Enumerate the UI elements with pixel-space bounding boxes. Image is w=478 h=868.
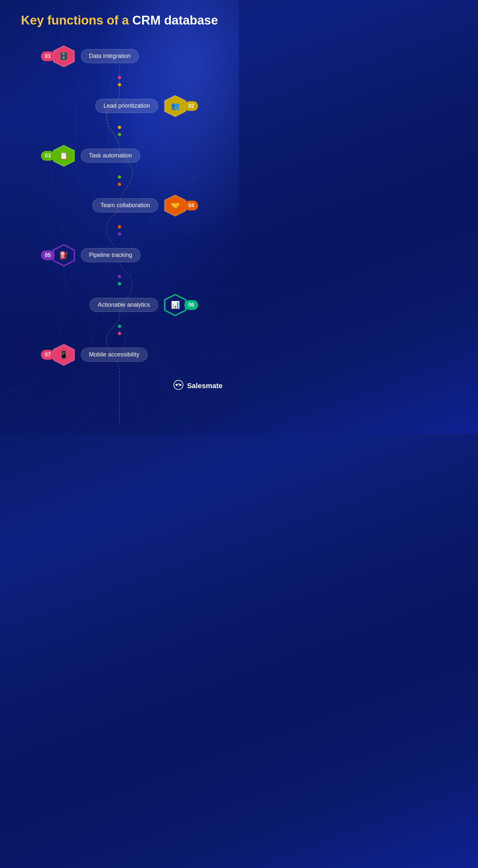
- feature-item-1: 01 🗄️ Data integration: [21, 44, 218, 68]
- connector-5-6: [118, 267, 121, 293]
- num-badge-5: 05: [41, 250, 55, 260]
- label-pill-1: Data integration: [81, 49, 139, 63]
- hex-icon-1-symbol: 🗄️: [59, 52, 68, 61]
- dot-6: [118, 183, 121, 186]
- feature-item-2: Lead prioritization 👥 02: [21, 94, 218, 118]
- dot-9: [118, 275, 121, 278]
- timeline: 01 🗄️ Data integration Lead prioritizati…: [21, 44, 218, 367]
- hex-icon-2: 👥: [163, 94, 187, 118]
- label-pill-6: Actionable analytics: [90, 298, 158, 312]
- hex-icon-3: 📋: [52, 144, 76, 167]
- num-badge-4: 04: [184, 200, 198, 211]
- hex-icon-5-symbol: ⛽: [59, 251, 68, 259]
- connector-1-2: [118, 68, 121, 94]
- hex-icon-1: 🗄️: [52, 44, 76, 68]
- title-part2: CRM database: [132, 13, 218, 27]
- hex-icon-4: 🤝: [163, 194, 187, 217]
- label-pill-4: Team collaboration: [92, 198, 158, 212]
- dot-11: [118, 325, 121, 328]
- label-pill-7: Mobile accessibility: [81, 348, 148, 362]
- hex-icon-6: 📊: [163, 293, 187, 317]
- dot-5: [118, 176, 121, 179]
- dot-1: [118, 76, 121, 79]
- dot-8: [118, 232, 121, 236]
- dot-7: [118, 225, 121, 228]
- feature-item-3: 03 📋 Task automation: [21, 144, 218, 167]
- label-pill-3: Task automation: [81, 149, 140, 163]
- logo-icon: [173, 380, 184, 392]
- num-badge-7: 07: [41, 350, 55, 360]
- num-badge-3: 03: [41, 151, 55, 161]
- connector-2-3: [118, 118, 121, 144]
- logo-text: Salesmate: [187, 382, 222, 390]
- dot-2: [118, 83, 121, 86]
- feature-item-5: 05 ⛽ Pipeline tracking: [21, 244, 218, 267]
- dot-12: [118, 332, 121, 335]
- dot-3: [118, 126, 121, 129]
- feature-item-6: Actionable analytics 📊 06: [21, 293, 218, 317]
- feature-item-7: 07 📱 Mobile accessibility: [21, 343, 218, 367]
- hex-icon-4-symbol: 🤝: [171, 201, 180, 210]
- num-badge-6: 06: [184, 300, 198, 310]
- connector-4-5: [118, 217, 121, 244]
- dot-4: [118, 133, 121, 136]
- hex-icon-5: ⛽: [52, 244, 76, 267]
- hex-icon-6-symbol: 📊: [171, 301, 180, 309]
- connector-6-7: [118, 317, 121, 343]
- page-title: Key functions of a CRM database: [21, 13, 218, 28]
- salesmate-logo: Salesmate: [173, 380, 233, 392]
- hex-icon-7: 📱: [52, 343, 76, 367]
- hex-icon-3-symbol: 📋: [59, 152, 68, 160]
- hex-icon-7-symbol: 📱: [59, 350, 68, 359]
- label-pill-5: Pipeline tracking: [81, 248, 141, 262]
- feature-item-4: Team collaboration 🤝 04: [21, 194, 218, 217]
- hex-icon-2-symbol: 👥: [171, 102, 180, 110]
- num-badge-1: 01: [41, 52, 55, 61]
- dot-10: [118, 282, 121, 285]
- label-pill-2: Lead prioritization: [95, 99, 158, 113]
- title-part1: Key functions of a: [21, 13, 132, 27]
- connector-3-4: [118, 167, 121, 194]
- svg-point-20: [174, 380, 183, 390]
- num-badge-2: 02: [184, 101, 198, 111]
